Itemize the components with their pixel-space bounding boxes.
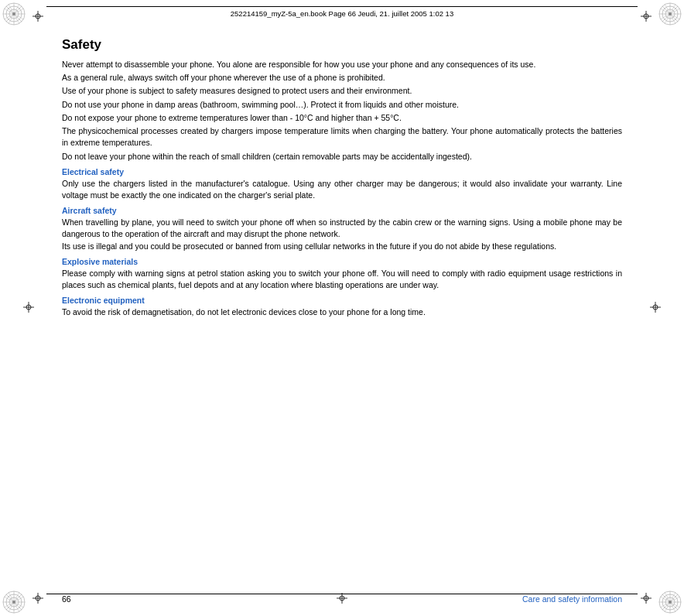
crosshair-left-mid-icon — [23, 302, 34, 313]
section-text-aircraft: When travelling by plane, you will need … — [62, 217, 622, 252]
footer-section: Care and safety information — [522, 594, 622, 604]
crosshair-right-bot — [641, 593, 652, 605]
section-text-explosive: Please comply with warning signs at petr… — [62, 268, 622, 291]
crosshair-right-top-icon — [641, 11, 652, 22]
paragraph-4: Do not use your phone in damp areas (bat… — [62, 99, 622, 111]
paragraph-3: Use of your phone is subject to safety m… — [62, 85, 622, 97]
crosshair-left-bot — [32, 593, 43, 605]
crosshair-right-top — [641, 11, 652, 23]
corner-br — [656, 588, 684, 616]
starburst-bl-icon — [0, 588, 28, 616]
top-bar-text: 252214159_myZ-5a_en.book Page 66 Jeudi, … — [231, 9, 453, 18]
section-heading-electrical: Electrical safety — [62, 167, 622, 176]
paragraph-6: The physicochemical processes created by… — [62, 125, 622, 149]
section-text-electronic: To avoid the risk of demagnetisation, do… — [62, 306, 622, 318]
crosshair-left-top — [32, 11, 43, 23]
starburst-tl-icon — [0, 0, 28, 28]
crosshair-left-top-icon — [32, 11, 43, 22]
section-heading-aircraft: Aircraft safety — [62, 206, 622, 215]
section-heading-electronic: Electronic equipment — [62, 296, 622, 305]
crosshair-bot-center-icon — [337, 593, 347, 604]
main-content: Safety Never attempt to disassemble your… — [62, 37, 622, 579]
starburst-br-icon — [656, 588, 684, 616]
paragraph-5: Do not expose your phone to extreme temp… — [62, 112, 622, 124]
paragraph-2: As a general rule, always switch off you… — [62, 72, 622, 84]
footer-page-number: 66 — [62, 594, 71, 604]
crosshair-bot-center — [337, 593, 347, 605]
crosshair-left-bot-icon — [32, 593, 43, 604]
corner-bl — [0, 588, 28, 616]
crosshair-left-mid — [23, 302, 34, 314]
corner-tr — [656, 0, 684, 28]
crosshair-right-bot-icon — [641, 593, 652, 604]
page-title: Safety — [62, 37, 622, 53]
section-heading-explosive: Explosive materials — [62, 257, 622, 266]
crosshair-right-mid — [650, 302, 661, 314]
section-text-electrical: Only use the chargers listed in the manu… — [62, 178, 622, 201]
top-bar: 252214159_myZ-5a_en.book Page 66 Jeudi, … — [46, 6, 638, 20]
crosshair-right-mid-icon — [650, 302, 661, 313]
corner-tl — [0, 0, 28, 28]
paragraph-1: Never attempt to disassemble your phone.… — [62, 59, 622, 70]
paragraph-7: Do not leave your phone within the reach… — [62, 151, 622, 163]
page-container: 252214159_myZ-5a_en.book Page 66 Jeudi, … — [0, 0, 684, 616]
starburst-tr-icon — [656, 0, 684, 28]
